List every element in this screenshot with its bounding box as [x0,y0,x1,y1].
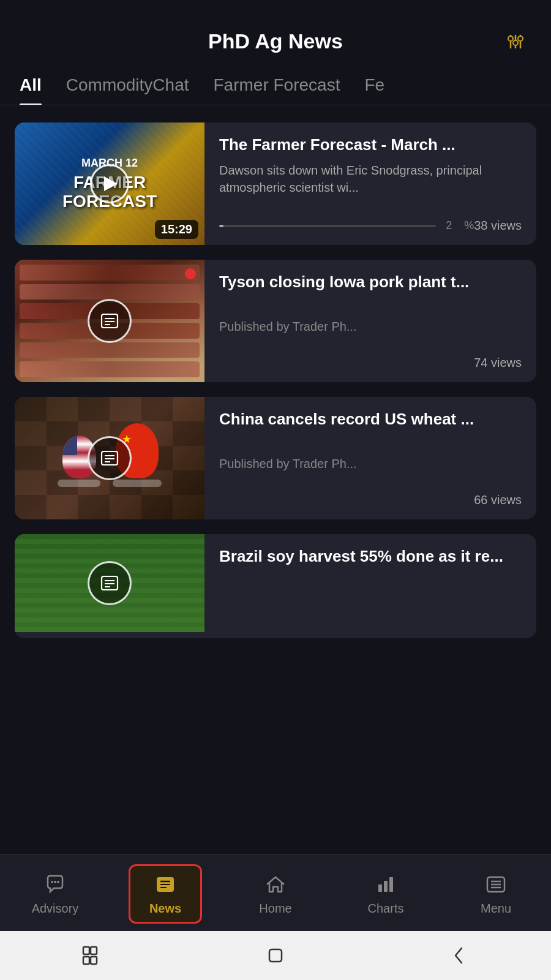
thumbnail-tyson-pork [15,260,204,382]
live-indicator [185,268,196,279]
tab-all[interactable]: All [20,66,42,105]
card-body-wheat: China cancels record US wheat ... Publis… [204,397,536,519]
card-brazil-soy[interactable]: Brazil soy harvest 55% done as it re... [15,534,536,638]
svg-point-4 [513,40,518,45]
bottom-nav: Advisory News Home Charts [0,854,551,931]
filter-button[interactable] [504,31,527,55]
header: PhD Ag News [0,0,551,66]
card-title-wheat: China cancels record US wheat ... [219,409,522,430]
svg-rect-32 [83,947,89,954]
svg-rect-27 [389,877,393,892]
svg-point-18 [51,881,53,883]
recents-button[interactable] [81,944,103,967]
svg-rect-26 [384,881,388,892]
svg-rect-36 [269,949,282,962]
article-icon-chess [88,436,132,480]
progress-bar [219,225,436,227]
home-icon [263,872,288,897]
card-footer-pork: 74 views [219,356,522,370]
svg-rect-33 [91,947,97,954]
article-icon-pork [88,299,132,343]
svg-point-5 [518,36,523,41]
news-icon [153,872,178,897]
tab-bar: All CommodityChat Farmer Forecast Fe [0,66,551,105]
card-footer-farmer: 2% 38 views [219,219,522,233]
nav-news[interactable]: News [129,864,202,924]
system-nav [0,931,551,980]
card-body-brazil: Brazil soy harvest 55% done as it re... [204,534,536,638]
tab-commodity[interactable]: CommodityChat [66,66,189,105]
menu-icon [484,872,508,897]
content-list: MARCH 12 FARMER FORECAST 15:29 The Farme… [0,105,551,655]
nav-news-label: News [149,902,181,916]
nav-advisory-label: Advisory [32,902,79,916]
nav-home[interactable]: Home [239,872,312,916]
article-icon-brazil [88,561,132,605]
svg-rect-25 [378,884,382,892]
svg-point-19 [54,881,56,883]
views-farmer: 38 views [474,219,522,233]
home-button[interactable] [264,944,287,967]
card-title-brazil: Brazil soy harvest 55% done as it re... [219,546,522,567]
card-farmer-forecast[interactable]: MARCH 12 FARMER FORECAST 15:29 The Farme… [15,123,536,245]
charts-icon [373,872,398,897]
nav-charts[interactable]: Charts [349,872,422,916]
views-pork: 74 views [474,356,522,370]
tab-fe[interactable]: Fe [364,66,384,105]
card-body-pork: Tyson closing Iowa pork plant t... Publi… [204,260,536,382]
views-wheat: 66 views [474,493,522,507]
svg-point-20 [57,881,59,883]
chat-icon [43,872,67,897]
nav-advisory[interactable]: Advisory [18,872,92,916]
card-body-farmer: The Farmer Forecast - March ... Dawson s… [204,123,536,245]
nav-menu[interactable]: Menu [459,872,533,916]
card-title-pork: Tyson closing Iowa pork plant t... [219,272,522,293]
card-desc-farmer: Dawson sits down with Eric Snodgrass, pr… [219,162,522,196]
card-footer-wheat: 66 views [219,493,522,507]
back-button[interactable] [448,944,470,967]
publisher-pork: Published by Trader Ph... [219,320,522,334]
publisher-wheat: Published by Trader Ph... [219,457,522,471]
card-title-farmer: The Farmer Forecast - March ... [219,135,522,156]
progress-fill [219,225,223,227]
page-title: PhD Ag News [208,29,343,53]
play-button[interactable] [90,164,129,203]
nav-home-label: Home [259,902,291,916]
svg-point-3 [508,36,513,41]
thumbnail-brazil-soy [15,534,204,632]
progress-percent: 2 [446,219,452,232]
nav-menu-label: Menu [481,902,511,916]
thumbnail-farmer-forecast: MARCH 12 FARMER FORECAST 15:29 [15,123,204,245]
svg-rect-35 [91,957,97,964]
nav-charts-label: Charts [368,902,404,916]
thumbnail-china-wheat [15,397,204,519]
svg-rect-34 [83,957,89,964]
card-china-wheat[interactable]: China cancels record US wheat ... Publis… [15,397,536,519]
card-tyson-pork[interactable]: Tyson closing Iowa pork plant t... Publi… [15,260,536,382]
tab-farmer-forecast[interactable]: Farmer Forecast [214,66,340,105]
duration-badge: 15:29 [155,220,198,239]
